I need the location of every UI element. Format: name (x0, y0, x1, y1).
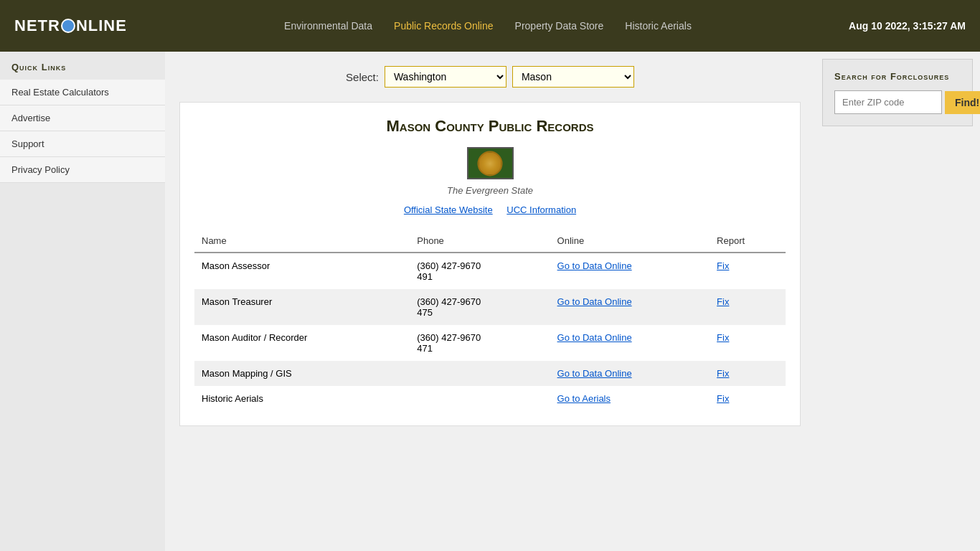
online-link[interactable]: Go to Data Online (557, 260, 632, 271)
layout: Quick Links Real Estate Calculators Adve… (0, 52, 980, 551)
sidebar-item-advertise[interactable]: Advertise (0, 105, 165, 131)
record-fix: Fix (710, 289, 786, 325)
sidebar: Quick Links Real Estate Calculators Adve… (0, 52, 165, 551)
record-fix: Fix (710, 361, 786, 386)
county-select[interactable]: Mason (512, 66, 634, 88)
fix-link[interactable]: Fix (717, 368, 729, 379)
right-sidebar: Search for Forclosures Find! (815, 52, 980, 551)
table-row: Mason Auditor / Recorder(360) 427-967047… (194, 325, 786, 361)
table-row: Mason Treasurer(360) 427-9670475Go to Da… (194, 289, 786, 325)
flag-caption: The Evergreen State (194, 185, 786, 196)
table-row: Mason Mapping / GISGo to Data OnlineFix (194, 361, 786, 386)
sidebar-title: Quick Links (0, 52, 165, 80)
sidebar-item-support[interactable]: Support (0, 131, 165, 157)
col-report: Report (710, 230, 786, 253)
record-phone: (360) 427-9670475 (410, 289, 550, 325)
header-datetime: Aug 10 2022, 3:15:27 AM (849, 20, 966, 32)
select-label: Select: (346, 71, 379, 83)
select-area: Select: Washington Mason (179, 66, 801, 88)
nav-historic-aerials[interactable]: Historic Aerials (625, 20, 692, 32)
record-online: Go to Data Online (550, 325, 710, 361)
record-online: Go to Data Online (550, 289, 710, 325)
table-header-row: Name Phone Online Report (194, 230, 786, 253)
nav-property-data-store[interactable]: Property Data Store (515, 20, 604, 32)
sidebar-item-privacy-policy[interactable]: Privacy Policy (0, 157, 165, 183)
records-table: Name Phone Online Report Mason Assessor(… (194, 230, 786, 411)
col-online: Online (550, 230, 710, 253)
logo-globe-icon (61, 19, 75, 33)
flag-seal (478, 151, 503, 176)
foreclosure-box: Search for Forclosures Find! (822, 59, 973, 126)
table-row: Historic AerialsGo to AerialsFix (194, 386, 786, 411)
ucc-information-link[interactable]: UCC Information (507, 204, 576, 215)
nav-links: Environmental Data Public Records Online… (127, 20, 849, 32)
record-online: Go to Data Online (550, 361, 710, 386)
record-online: Go to Aerials (550, 386, 710, 411)
record-online: Go to Data Online (550, 253, 710, 289)
fix-link[interactable]: Fix (717, 332, 729, 343)
record-fix: Fix (710, 386, 786, 411)
sidebar-item-real-estate-calculators[interactable]: Real Estate Calculators (0, 80, 165, 105)
fix-link[interactable]: Fix (717, 260, 729, 271)
col-phone: Phone (410, 230, 550, 253)
record-name: Mason Assessor (194, 253, 410, 289)
record-name: Mason Mapping / GIS (194, 361, 410, 386)
content-panel: Mason County Public Records The Evergree… (179, 102, 801, 426)
header: NETRNLINE Environmental Data Public Reco… (0, 0, 980, 52)
record-phone (410, 386, 550, 411)
state-links-row: Official State Website UCC Information (194, 204, 786, 215)
logo-area: NETRNLINE (14, 17, 127, 35)
record-fix: Fix (710, 325, 786, 361)
table-row: Mason Assessor(360) 427-9670491Go to Dat… (194, 253, 786, 289)
record-phone: (360) 427-9670471 (410, 325, 550, 361)
record-name: Mason Treasurer (194, 289, 410, 325)
online-link[interactable]: Go to Data Online (557, 332, 632, 343)
online-link[interactable]: Go to Data Online (557, 296, 632, 307)
flag-area: The Evergreen State (194, 147, 786, 196)
zip-input[interactable] (834, 90, 942, 114)
main-content: Select: Washington Mason Mason County Pu… (165, 52, 815, 551)
record-phone (410, 361, 550, 386)
logo[interactable]: NETRNLINE (14, 17, 127, 35)
record-name: Historic Aerials (194, 386, 410, 411)
foreclosure-title: Search for Forclosures (834, 71, 961, 82)
nav-public-records-online[interactable]: Public Records Online (394, 20, 494, 32)
zip-row: Find! (834, 90, 961, 114)
fix-link[interactable]: Fix (717, 296, 729, 307)
state-flag (467, 147, 514, 179)
table-body: Mason Assessor(360) 427-9670491Go to Dat… (194, 253, 786, 411)
find-button[interactable]: Find! (945, 91, 980, 114)
official-state-website-link[interactable]: Official State Website (404, 204, 493, 215)
record-name: Mason Auditor / Recorder (194, 325, 410, 361)
state-select[interactable]: Washington (385, 66, 507, 88)
record-fix: Fix (710, 253, 786, 289)
online-link[interactable]: Go to Data Online (557, 368, 632, 379)
nav-environmental-data[interactable]: Environmental Data (284, 20, 372, 32)
county-title: Mason County Public Records (194, 117, 786, 136)
col-name: Name (194, 230, 410, 253)
fix-link[interactable]: Fix (717, 393, 729, 404)
online-link[interactable]: Go to Aerials (557, 393, 611, 404)
record-phone: (360) 427-9670491 (410, 253, 550, 289)
